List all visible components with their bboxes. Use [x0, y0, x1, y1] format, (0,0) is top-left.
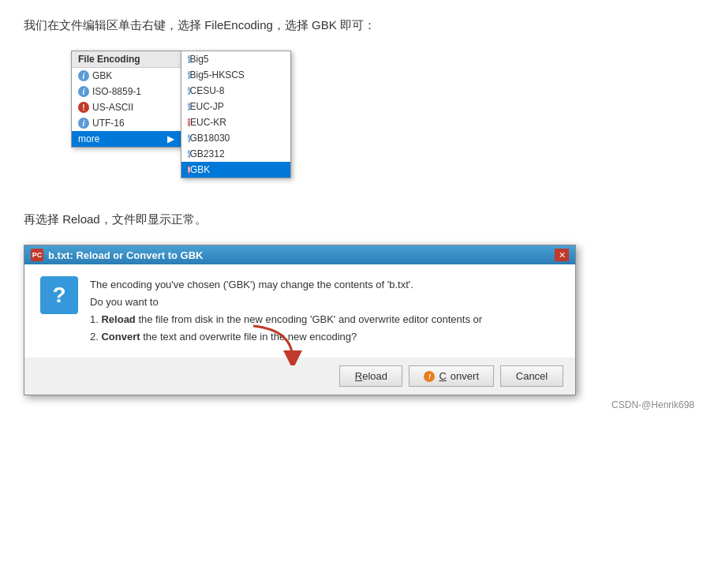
- cancel-button[interactable]: Cancel: [500, 365, 563, 387]
- instruction-2: 再选择 Reload，文件即显示正常。: [24, 210, 694, 229]
- submenu-label-gb2312: GB2312: [190, 148, 225, 159]
- dialog-title-icon: PC: [31, 249, 43, 261]
- cancel-label: Cancel: [516, 370, 548, 382]
- menu-area: File Encoding i GBK i ISO-8859-1 ! US-AS…: [71, 51, 694, 178]
- red-arrow-svg: [245, 322, 309, 365]
- dialog-title-text: b.txt: Reload or Convert to GBK: [48, 249, 203, 261]
- dialog-convert-bold: Convert: [101, 331, 140, 343]
- watermark: CSDN-@Henrik698: [24, 395, 694, 410]
- file-encoding-menu: File Encoding i GBK i ISO-8859-1 ! US-AS…: [71, 51, 181, 148]
- menu-item-gbk[interactable]: i GBK: [72, 68, 181, 84]
- red-arrow-annotation: [245, 322, 309, 368]
- menu-item-usascii[interactable]: ! US-ASCII: [72, 99, 181, 115]
- submenu: i Big5 i Big5-HKSCS i CESU-8 i EUC-JP ! …: [181, 51, 291, 178]
- menu-label-utf16: UTF-16: [92, 118, 125, 129]
- menu-label-usascii: US-ASCII: [92, 102, 133, 113]
- dialog-titlebar: PC b.txt: Reload or Convert to GBK ✕: [24, 245, 575, 264]
- dialog-close-button[interactable]: ✕: [555, 249, 569, 261]
- dialog-question-icon: ?: [40, 276, 78, 314]
- submenu-item-euckr[interactable]: ! EUC-KR: [181, 114, 290, 130]
- info-icon-gbk: i: [78, 70, 89, 81]
- dialog-message-line4: 2. Convert the text and overwrite file i…: [90, 331, 357, 343]
- dialog-reload-bold: Reload: [101, 313, 135, 325]
- convert-underline-c: C: [439, 370, 446, 382]
- dialog-message-line1: The encoding you've chosen ('GBK') may c…: [90, 279, 413, 290]
- submenu-item-cesu8[interactable]: i CESU-8: [181, 83, 290, 99]
- menu-label-more: more: [78, 133, 99, 144]
- dialog-titlebar-left: PC b.txt: Reload or Convert to GBK: [31, 249, 203, 261]
- dialog-overlay: PC b.txt: Reload or Convert to GBK ✕ ? T…: [24, 245, 694, 395]
- dialog-footer: Reload ! Convert Cancel: [24, 358, 575, 395]
- submenu-label-gb18030: GB18030: [190, 133, 230, 144]
- convert-button[interactable]: ! Convert: [409, 365, 494, 387]
- submenu-label-big5: Big5: [190, 54, 209, 65]
- menu-label-gbk: GBK: [92, 70, 112, 81]
- submenu-label-gbk-active: GBK: [190, 164, 210, 175]
- info-icon-utf16: i: [78, 118, 89, 129]
- menu-item-utf16[interactable]: i UTF-16: [72, 115, 181, 131]
- error-icon-usascii: !: [78, 102, 89, 113]
- menu-label-iso: ISO-8859-1: [92, 86, 141, 97]
- dialog: PC b.txt: Reload or Convert to GBK ✕ ? T…: [24, 245, 576, 395]
- submenu-item-big5hkscs[interactable]: i Big5-HKSCS: [181, 67, 290, 83]
- menu-item-more[interactable]: more ▶: [72, 131, 181, 147]
- submenu-label-cesu8: CESU-8: [190, 85, 225, 96]
- reload-button[interactable]: Reload: [339, 365, 402, 387]
- info-icon-iso: i: [78, 86, 89, 97]
- dialog-message-line2: Do you want to: [90, 296, 159, 308]
- submenu-item-eucjp[interactable]: i EUC-JP: [181, 99, 290, 114]
- submenu-label-big5hkscs: Big5-HKSCS: [190, 69, 245, 81]
- submenu-arrow-icon: ▶: [167, 133, 174, 144]
- menu-item-iso[interactable]: i ISO-8859-1: [72, 84, 181, 99]
- instruction-1: 我们在文件编辑区单击右键，选择 FileEncoding，选择 GBK 即可：: [24, 16, 694, 35]
- submenu-item-gb18030[interactable]: i GB18030: [181, 130, 290, 146]
- reload-label-rest: eload: [362, 370, 387, 382]
- submenu-item-gb2312[interactable]: i GB2312: [181, 146, 290, 162]
- menu-with-sub: File Encoding i GBK i ISO-8859-1 ! US-AS…: [71, 51, 291, 178]
- submenu-label-eucjp: EUC-JP: [190, 101, 224, 112]
- dialog-message-3b: the file from disk in the new encoding '…: [136, 313, 482, 325]
- reload-underline-r: R: [355, 370, 362, 382]
- submenu-item-gbk-active[interactable]: ! GBK: [181, 162, 290, 178]
- menu-header: File Encoding: [72, 51, 181, 68]
- submenu-item-big5[interactable]: i Big5: [181, 51, 290, 67]
- convert-label-rest: onvert: [451, 370, 479, 382]
- submenu-label-euckr: EUC-KR: [190, 117, 226, 128]
- convert-warn-icon: !: [424, 371, 435, 382]
